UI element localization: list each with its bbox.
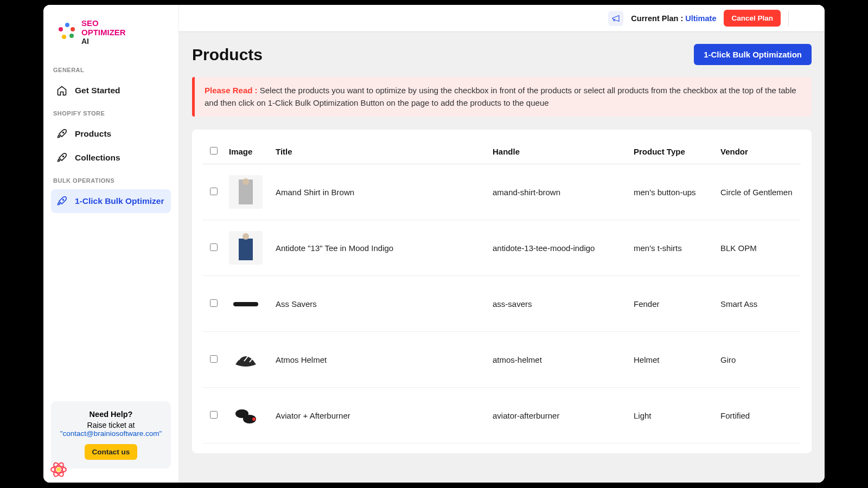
header-handle: Handle [488, 139, 629, 164]
product-thumbnail [229, 287, 263, 320]
sidebar-item-products[interactable]: Products [51, 122, 171, 146]
cell-handle: atmos-helmet [488, 332, 629, 388]
sidebar-item-label: Collections [75, 153, 120, 163]
cell-title: Amand Shirt in Brown [271, 164, 488, 220]
svg-point-1 [63, 156, 64, 157]
cell-product-type: men's button-ups [629, 164, 716, 220]
svg-point-0 [63, 132, 64, 133]
help-email-link[interactable]: "contact@brainiosoftware.com" [60, 429, 162, 438]
topbar: Current Plan : Ultimate Cancel Plan [179, 5, 825, 32]
cell-product-type: Helmet [629, 332, 716, 388]
cell-vendor: Giro [716, 332, 801, 388]
cell-vendor: BLK OPM [716, 220, 801, 276]
header-vendor: Vendor [716, 139, 801, 164]
contact-us-button[interactable]: Contact us [85, 444, 138, 460]
help-email: "contact@brainiosoftware.com" [58, 429, 164, 438]
rocket-icon [56, 196, 67, 207]
row-checkbox[interactable] [210, 411, 218, 419]
sidebar-item-get-started[interactable]: Get Started [51, 79, 171, 102]
cell-vendor: Fortified [716, 388, 801, 444]
sidebar-item-label: Products [75, 129, 111, 139]
info-alert: Please Read : Select the products you wa… [192, 77, 812, 117]
products-table-card: Image Title Handle Product Type Vendor A… [192, 130, 812, 453]
cell-title: Antidote "13" Tee in Mood Indigo [271, 220, 488, 276]
select-all-checkbox[interactable] [210, 147, 218, 155]
table-row: Antidote "13" Tee in Mood Indigo antidot… [203, 220, 801, 276]
react-query-devtools-icon[interactable] [48, 459, 69, 480]
brand-logo-text: SEOOPTIMIZERAI [81, 19, 126, 46]
cell-handle: aviator-afterburner [488, 388, 629, 444]
products-table: Image Title Handle Product Type Vendor A… [203, 139, 801, 444]
table-row: Amand Shirt in Brown amand-shirt-brown m… [203, 164, 801, 220]
cell-handle: antidote-13-tee-mood-indigo [488, 220, 629, 276]
svg-point-15 [252, 418, 256, 421]
brand-logo-icon [59, 23, 78, 42]
table-row: Ass Savers ass-savers Fender Smart Ass [203, 276, 801, 332]
sidebar-item-label: 1-Click Bulk Optimizer [75, 196, 164, 206]
cell-product-type: men's t-shirts [629, 220, 716, 276]
bulk-optimize-button[interactable]: 1-Click Bulk Optimization [694, 44, 812, 65]
product-thumbnail [229, 399, 263, 432]
row-checkbox[interactable] [210, 188, 218, 195]
divider [788, 11, 789, 26]
alert-prefix: Please Read : [205, 86, 260, 95]
help-title: Need Help? [58, 410, 164, 419]
svg-point-8 [242, 233, 249, 240]
cell-title: Ass Savers [271, 276, 488, 332]
help-text: Raise ticket at [58, 421, 164, 429]
svg-rect-7 [239, 239, 253, 260]
sidebar-item-bulk-optimizer[interactable]: 1-Click Bulk Optimizer [51, 189, 171, 213]
product-thumbnail [229, 175, 263, 209]
product-thumbnail [229, 231, 263, 265]
header-product-type: Product Type [629, 139, 716, 164]
page-title: Products [192, 46, 263, 64]
svg-point-5 [242, 178, 249, 185]
header-title: Title [271, 139, 488, 164]
row-checkbox[interactable] [210, 299, 218, 307]
sidebar: SEOOPTIMIZERAI General Get Started Shopi… [43, 5, 179, 483]
cancel-plan-button[interactable]: Cancel Plan [724, 10, 781, 27]
sidebar-section-general: General [53, 67, 169, 73]
cell-product-type: Fender [629, 276, 716, 332]
svg-point-19 [56, 467, 61, 472]
megaphone-icon[interactable] [608, 11, 623, 26]
table-row: Aviator + Afterburner aviator-afterburne… [203, 388, 801, 444]
rocket-icon [56, 129, 67, 139]
brand-logo[interactable]: SEOOPTIMIZERAI [59, 19, 163, 46]
product-thumbnail [229, 343, 263, 376]
sidebar-section-bulk: Bulk Operations [53, 177, 169, 184]
table-row: Atmos Helmet atmos-helmet Helmet Giro [203, 332, 801, 388]
main-area: Current Plan : Ultimate Cancel Plan Prod… [179, 5, 825, 483]
rocket-icon [56, 152, 67, 163]
page-header: Products 1-Click Bulk Optimization [192, 44, 812, 65]
sidebar-item-collections[interactable]: Collections [51, 146, 171, 170]
plan-name: Ultimate [685, 14, 716, 23]
cell-vendor: Smart Ass [716, 276, 801, 332]
cell-title: Aviator + Afterburner [271, 388, 488, 444]
alert-body: Select the products you want to optimize… [205, 86, 796, 107]
sidebar-section-shopify: Shopify Store [53, 110, 169, 117]
cell-product-type: Light [629, 388, 716, 444]
cell-title: Atmos Helmet [271, 332, 488, 388]
cell-vendor: Circle of Gentlemen [716, 164, 801, 220]
svg-rect-10 [233, 302, 258, 306]
row-checkbox[interactable] [210, 243, 218, 251]
row-checkbox[interactable] [210, 355, 218, 363]
table-header-row: Image Title Handle Product Type Vendor [203, 139, 801, 164]
svg-point-2 [63, 199, 64, 200]
home-icon [56, 85, 67, 96]
current-plan-label: Current Plan : Ultimate [631, 14, 716, 23]
cell-handle: amand-shirt-brown [488, 164, 629, 220]
sidebar-item-label: Get Started [75, 86, 120, 95]
header-image: Image [225, 139, 271, 164]
cell-handle: ass-savers [488, 276, 629, 332]
